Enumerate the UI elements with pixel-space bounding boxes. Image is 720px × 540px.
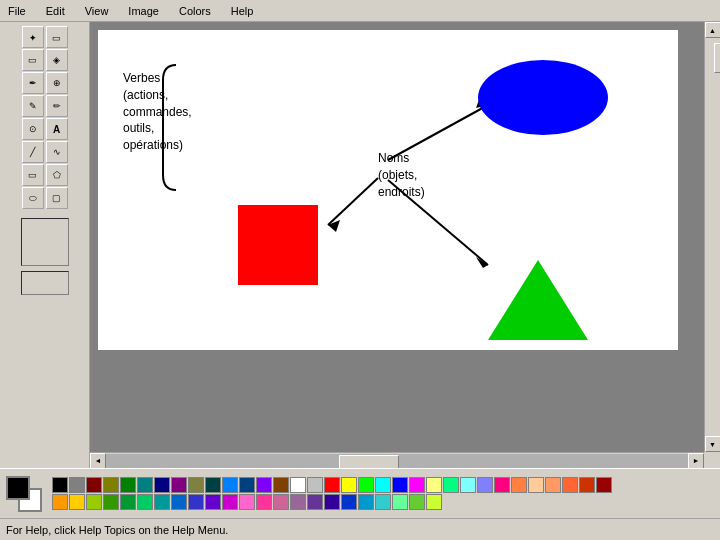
color-swatch[interactable] bbox=[494, 477, 510, 493]
canvas[interactable]: Verbes (actions, commandes, outils, opér… bbox=[98, 30, 678, 350]
color-swatch[interactable] bbox=[205, 494, 221, 510]
tool-airbrush[interactable]: ⊙ bbox=[22, 118, 44, 140]
tool-select-free[interactable] bbox=[46, 26, 68, 48]
polygon-icon: ⬠ bbox=[53, 170, 61, 180]
tool-brush[interactable]: ✏ bbox=[46, 95, 68, 117]
menu-image[interactable]: Image bbox=[124, 4, 163, 18]
color-swatch[interactable] bbox=[290, 494, 306, 510]
color-swatch[interactable] bbox=[324, 477, 340, 493]
color-swatch[interactable] bbox=[120, 477, 136, 493]
color-swatch[interactable] bbox=[409, 477, 425, 493]
color-swatch[interactable] bbox=[137, 494, 153, 510]
color-swatch[interactable] bbox=[154, 494, 170, 510]
tool-rect[interactable]: ▭ bbox=[22, 164, 44, 186]
color-swatch[interactable] bbox=[528, 477, 544, 493]
color-swatch[interactable] bbox=[256, 477, 272, 493]
color-swatch[interactable] bbox=[341, 477, 357, 493]
color-swatch[interactable] bbox=[103, 477, 119, 493]
color-swatch[interactable] bbox=[375, 477, 391, 493]
tool-row-6: ╱ ∿ bbox=[22, 141, 68, 163]
scroll-right-button[interactable]: ► bbox=[688, 453, 704, 469]
scroll-v-thumb[interactable] bbox=[714, 43, 721, 73]
color-swatch[interactable] bbox=[460, 477, 476, 493]
scroll-h-thumb[interactable] bbox=[339, 455, 399, 469]
scroll-h-track[interactable] bbox=[106, 454, 688, 468]
color-swatch[interactable] bbox=[222, 477, 238, 493]
color-swatch[interactable] bbox=[171, 477, 187, 493]
scroll-down-button[interactable]: ▼ bbox=[705, 436, 721, 452]
tool-round-rect[interactable]: ▢ bbox=[46, 187, 68, 209]
color-swatch[interactable] bbox=[358, 477, 374, 493]
menu-edit[interactable]: Edit bbox=[42, 4, 69, 18]
active-colors bbox=[6, 476, 42, 512]
color-swatch[interactable] bbox=[86, 494, 102, 510]
color-swatch[interactable] bbox=[171, 494, 187, 510]
color-swatch[interactable] bbox=[103, 494, 119, 510]
menu-colors[interactable]: Colors bbox=[175, 4, 215, 18]
rect-sel-icon bbox=[52, 32, 61, 43]
tool-select-rect[interactable] bbox=[22, 26, 44, 48]
color-swatch[interactable] bbox=[69, 494, 85, 510]
menu-file[interactable]: File bbox=[4, 4, 30, 18]
tool-line[interactable]: ╱ bbox=[22, 141, 44, 163]
color-swatch[interactable] bbox=[154, 477, 170, 493]
tool-row-3: ✒ ⊕ bbox=[22, 72, 68, 94]
color-swatch[interactable] bbox=[545, 477, 561, 493]
color-swatch[interactable] bbox=[596, 477, 612, 493]
color-swatch[interactable] bbox=[273, 477, 289, 493]
color-swatch[interactable] bbox=[426, 494, 442, 510]
color-swatch[interactable] bbox=[52, 477, 68, 493]
fill-icon: ◈ bbox=[53, 55, 60, 65]
color-swatch[interactable] bbox=[273, 494, 289, 510]
color-swatch[interactable] bbox=[562, 477, 578, 493]
scroll-left-button[interactable]: ◄ bbox=[90, 453, 106, 469]
color-swatch[interactable] bbox=[52, 494, 68, 510]
tool-fill[interactable]: ◈ bbox=[46, 49, 68, 71]
color-swatch[interactable] bbox=[324, 494, 340, 510]
scrollbar-horizontal[interactable]: ◄ ► bbox=[90, 452, 704, 468]
color-swatch[interactable] bbox=[358, 494, 374, 510]
color-swatch[interactable] bbox=[307, 477, 323, 493]
color-swatch[interactable] bbox=[443, 477, 459, 493]
menu-view[interactable]: View bbox=[81, 4, 113, 18]
color-swatch[interactable] bbox=[69, 477, 85, 493]
color-swatch[interactable] bbox=[341, 494, 357, 510]
canvas-scroll-area[interactable]: Verbes (actions, commandes, outils, opér… bbox=[90, 22, 704, 452]
tool-eraser[interactable]: ▭ bbox=[22, 49, 44, 71]
color-swatch[interactable] bbox=[188, 494, 204, 510]
color-swatch[interactable] bbox=[392, 477, 408, 493]
color-swatch[interactable] bbox=[307, 494, 323, 510]
color-swatch[interactable] bbox=[137, 477, 153, 493]
tool-pencil[interactable]: ✎ bbox=[22, 95, 44, 117]
tool-text[interactable]: A bbox=[46, 118, 68, 140]
color-swatch[interactable] bbox=[579, 477, 595, 493]
color-swatch[interactable] bbox=[256, 494, 272, 510]
tool-ellipse[interactable]: ⬭ bbox=[22, 187, 44, 209]
scroll-up-button[interactable]: ▲ bbox=[705, 22, 721, 38]
tool-curve[interactable]: ∿ bbox=[46, 141, 68, 163]
foreground-color-box[interactable] bbox=[6, 476, 30, 500]
tool-row-7: ▭ ⬠ bbox=[22, 164, 68, 186]
color-swatch[interactable] bbox=[222, 494, 238, 510]
color-swatch[interactable] bbox=[375, 494, 391, 510]
color-swatch[interactable] bbox=[205, 477, 221, 493]
tool-pick-color[interactable]: ✒ bbox=[22, 72, 44, 94]
color-swatch[interactable] bbox=[392, 494, 408, 510]
tool-polygon[interactable]: ⬠ bbox=[46, 164, 68, 186]
eraser-icon: ▭ bbox=[28, 55, 37, 65]
color-swatch[interactable] bbox=[290, 477, 306, 493]
scrollbar-vertical[interactable]: ▲ ▼ bbox=[704, 22, 720, 452]
color-swatch[interactable] bbox=[86, 477, 102, 493]
tool-zoom[interactable]: ⊕ bbox=[46, 72, 68, 94]
star-icon bbox=[29, 32, 37, 43]
color-swatch[interactable] bbox=[239, 494, 255, 510]
menu-help[interactable]: Help bbox=[227, 4, 258, 18]
color-swatch[interactable] bbox=[511, 477, 527, 493]
color-swatch[interactable] bbox=[188, 477, 204, 493]
color-swatch[interactable] bbox=[120, 494, 136, 510]
color-swatch[interactable] bbox=[239, 477, 255, 493]
svg-line-4 bbox=[328, 178, 378, 225]
color-swatch[interactable] bbox=[477, 477, 493, 493]
color-swatch[interactable] bbox=[426, 477, 442, 493]
color-swatch[interactable] bbox=[409, 494, 425, 510]
